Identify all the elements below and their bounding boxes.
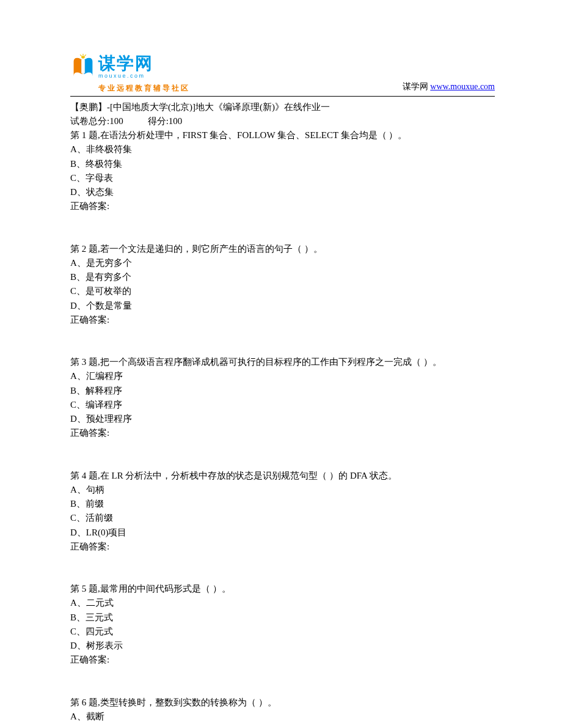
svg-point-0	[81, 56, 85, 59]
header-right-text: 谋学网	[403, 82, 431, 91]
header-link-area: 谋学网 www.mouxue.com	[403, 80, 495, 94]
score-total: 试卷总分:100	[70, 114, 123, 128]
logo-pinyin: mouxue.com	[98, 72, 190, 80]
option: C、是可枚举的	[70, 284, 495, 298]
option: B、三元式	[70, 611, 495, 625]
option: D、LR(0)项目	[70, 526, 495, 540]
question-text: 第 1 题,在语法分析处理中，FIRST 集合、FOLLOW 集合、SELECT…	[70, 128, 495, 142]
option: D、个数是常量	[70, 299, 495, 313]
logo-text: 谋学网 mouxue.com 专业远程教育辅导社区	[98, 55, 190, 95]
question-text: 第 4 题,在 LR 分析法中，分析栈中存放的状态是识别规范句型（ ）的 DFA…	[70, 469, 495, 483]
score-got: 得分:100	[148, 114, 183, 128]
answer-label: 正确答案:	[70, 653, 495, 667]
option: D、预处理程序	[70, 412, 495, 426]
question-block: 第 1 题,在语法分析处理中，FIRST 集合、FOLLOW 集合、SELECT…	[70, 128, 495, 214]
option: B、前缀	[70, 497, 495, 511]
answer-label: 正确答案:	[70, 540, 495, 554]
option: A、非终极符集	[70, 142, 495, 156]
logo-title: 谋学网	[98, 55, 190, 72]
answer-label: 正确答案:	[70, 426, 495, 440]
option: D、状态集	[70, 185, 495, 199]
logo: 谋学网 mouxue.com 专业远程教育辅导社区	[70, 55, 190, 95]
score-line: 试卷总分:100 得分:100	[70, 114, 495, 128]
question-block: 第 6 题,类型转换时，整数到实数的转换称为（ ）。 A、截断	[70, 696, 495, 724]
option: B、是有穷多个	[70, 270, 495, 284]
option: C、四元式	[70, 625, 495, 639]
answer-label: 正确答案:	[70, 199, 495, 213]
logo-tagline: 专业远程教育辅导社区	[98, 83, 190, 94]
option: A、句柄	[70, 483, 495, 497]
option: D、树形表示	[70, 639, 495, 653]
question-text: 第 5 题,最常用的中间代码形式是（ ）。	[70, 582, 495, 596]
option: C、编译程序	[70, 398, 495, 412]
option: A、是无穷多个	[70, 256, 495, 270]
header-link[interactable]: www.mouxue.com	[430, 82, 495, 91]
document-body: 【奥鹏】-[中国地质大学(北京)]地大《编译原理(新)》在线作业一 试卷总分:1…	[70, 100, 495, 724]
question-text: 第 6 题,类型转换时，整数到实数的转换称为（ ）。	[70, 696, 495, 710]
option: A、二元式	[70, 596, 495, 610]
option: A、汇编程序	[70, 369, 495, 383]
option: B、终极符集	[70, 157, 495, 171]
question-text: 第 3 题,把一个高级语言程序翻译成机器可执行的目标程序的工作由下列程序之一完成…	[70, 355, 495, 369]
option: C、活前缀	[70, 511, 495, 525]
book-icon	[70, 54, 96, 79]
doc-title: 【奥鹏】-[中国地质大学(北京)]地大《编译原理(新)》在线作业一	[70, 100, 495, 114]
option: A、截断	[70, 710, 495, 724]
question-block: 第 3 题,把一个高级语言程序翻译成机器可执行的目标程序的工作由下列程序之一完成…	[70, 355, 495, 441]
answer-label: 正确答案:	[70, 313, 495, 327]
option: C、字母表	[70, 171, 495, 185]
question-block: 第 4 题,在 LR 分析法中，分析栈中存放的状态是识别规范句型（ ）的 DFA…	[70, 469, 495, 554]
question-block: 第 2 题,若一个文法是递归的，则它所产生的语言的句子（ ）。 A、是无穷多个 …	[70, 242, 495, 328]
question-text: 第 2 题,若一个文法是递归的，则它所产生的语言的句子（ ）。	[70, 242, 495, 256]
option: B、解释程序	[70, 384, 495, 398]
question-block: 第 5 题,最常用的中间代码形式是（ ）。 A、二元式 B、三元式 C、四元式 …	[70, 582, 495, 667]
page-header: 谋学网 mouxue.com 专业远程教育辅导社区 谋学网 www.mouxue…	[70, 55, 495, 97]
